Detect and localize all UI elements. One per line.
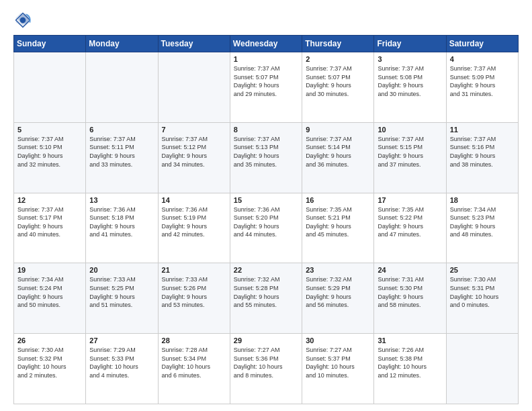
calendar-cell: 3Sunrise: 7:37 AM Sunset: 5:08 PM Daylig… [374, 52, 446, 123]
day-number: 11 [450, 126, 515, 134]
calendar-cell: 25Sunrise: 7:30 AM Sunset: 5:31 PM Dayli… [446, 263, 518, 334]
day-number: 30 [306, 336, 370, 345]
calendar-cell: 4Sunrise: 7:37 AM Sunset: 5:09 PM Daylig… [446, 52, 518, 123]
calendar-week-1: 1Sunrise: 7:37 AM Sunset: 5:07 PM Daylig… [14, 52, 519, 123]
day-number: 24 [378, 266, 442, 274]
day-info: Sunrise: 7:37 AM Sunset: 5:10 PM Dayligh… [17, 135, 82, 169]
calendar-cell: 10Sunrise: 7:37 AM Sunset: 5:15 PM Dayli… [374, 122, 446, 193]
calendar-cell: 15Sunrise: 7:36 AM Sunset: 5:20 PM Dayli… [230, 193, 302, 263]
day-number: 4 [450, 55, 515, 63]
weekday-header-tuesday: Tuesday [158, 36, 230, 52]
day-number: 8 [234, 126, 298, 134]
calendar-cell: 7Sunrise: 7:37 AM Sunset: 5:12 PM Daylig… [158, 122, 230, 193]
calendar-cell: 31Sunrise: 7:26 AM Sunset: 5:38 PM Dayli… [374, 334, 446, 404]
calendar-cell: 26Sunrise: 7:30 AM Sunset: 5:32 PM Dayli… [14, 334, 86, 404]
calendar-cell [158, 52, 230, 123]
day-info: Sunrise: 7:31 AM Sunset: 5:30 PM Dayligh… [378, 275, 442, 309]
calendar-cell: 24Sunrise: 7:31 AM Sunset: 5:30 PM Dayli… [374, 263, 446, 334]
day-number: 29 [234, 336, 298, 345]
day-info: Sunrise: 7:36 AM Sunset: 5:20 PM Dayligh… [234, 205, 298, 239]
day-number: 2 [306, 55, 370, 63]
calendar-header-row: SundayMondayTuesdayWednesdayThursdayFrid… [14, 36, 519, 52]
day-number: 9 [306, 126, 370, 134]
weekday-header-saturday: Saturday [446, 36, 518, 52]
day-number: 3 [378, 55, 442, 63]
day-number: 16 [306, 196, 370, 204]
calendar-cell: 28Sunrise: 7:28 AM Sunset: 5:34 PM Dayli… [158, 334, 230, 404]
day-number: 31 [378, 336, 442, 345]
header [13, 11, 519, 30]
weekday-header-sunday: Sunday [14, 36, 86, 52]
day-info: Sunrise: 7:30 AM Sunset: 5:32 PM Dayligh… [17, 346, 82, 379]
calendar-cell: 20Sunrise: 7:33 AM Sunset: 5:25 PM Dayli… [86, 263, 158, 334]
calendar-cell: 5Sunrise: 7:37 AM Sunset: 5:10 PM Daylig… [14, 122, 86, 193]
day-number: 19 [17, 266, 82, 274]
calendar-cell: 21Sunrise: 7:33 AM Sunset: 5:26 PM Dayli… [158, 263, 230, 334]
calendar-cell: 16Sunrise: 7:35 AM Sunset: 5:21 PM Dayli… [302, 193, 374, 263]
calendar-cell [86, 52, 158, 123]
calendar-cell: 11Sunrise: 7:37 AM Sunset: 5:16 PM Dayli… [446, 122, 518, 193]
day-number: 1 [234, 55, 298, 63]
weekday-header-friday: Friday [374, 36, 446, 52]
logo [13, 11, 35, 30]
day-info: Sunrise: 7:37 AM Sunset: 5:07 PM Dayligh… [234, 64, 298, 98]
day-info: Sunrise: 7:35 AM Sunset: 5:21 PM Dayligh… [306, 205, 370, 239]
day-number: 14 [162, 196, 226, 204]
calendar-table: SundayMondayTuesdayWednesdayThursdayFrid… [13, 35, 519, 404]
calendar-cell: 29Sunrise: 7:27 AM Sunset: 5:36 PM Dayli… [230, 334, 302, 404]
day-info: Sunrise: 7:37 AM Sunset: 5:09 PM Dayligh… [450, 64, 515, 98]
day-info: Sunrise: 7:37 AM Sunset: 5:17 PM Dayligh… [17, 205, 82, 239]
day-info: Sunrise: 7:36 AM Sunset: 5:19 PM Dayligh… [162, 205, 226, 239]
day-number: 23 [306, 266, 370, 274]
day-number: 6 [89, 126, 154, 134]
day-info: Sunrise: 7:28 AM Sunset: 5:34 PM Dayligh… [162, 346, 226, 379]
logo-icon [13, 11, 32, 30]
day-info: Sunrise: 7:33 AM Sunset: 5:26 PM Dayligh… [162, 275, 226, 309]
day-number: 10 [378, 126, 442, 134]
calendar-week-4: 19Sunrise: 7:34 AM Sunset: 5:24 PM Dayli… [14, 263, 519, 334]
weekday-header-monday: Monday [86, 36, 158, 52]
day-number: 12 [17, 196, 82, 204]
day-info: Sunrise: 7:26 AM Sunset: 5:38 PM Dayligh… [378, 346, 442, 379]
calendar-cell: 2Sunrise: 7:37 AM Sunset: 5:07 PM Daylig… [302, 52, 374, 123]
day-info: Sunrise: 7:30 AM Sunset: 5:31 PM Dayligh… [450, 275, 515, 309]
calendar-cell: 27Sunrise: 7:29 AM Sunset: 5:33 PM Dayli… [86, 334, 158, 404]
calendar-cell [14, 52, 86, 123]
day-number: 5 [17, 126, 82, 134]
day-number: 20 [89, 266, 154, 274]
day-number: 28 [162, 336, 226, 345]
day-info: Sunrise: 7:32 AM Sunset: 5:29 PM Dayligh… [306, 275, 370, 309]
calendar-cell: 18Sunrise: 7:34 AM Sunset: 5:23 PM Dayli… [446, 193, 518, 263]
day-number: 25 [450, 266, 515, 274]
calendar-cell: 13Sunrise: 7:36 AM Sunset: 5:18 PM Dayli… [86, 193, 158, 263]
day-info: Sunrise: 7:37 AM Sunset: 5:16 PM Dayligh… [450, 135, 515, 169]
day-info: Sunrise: 7:37 AM Sunset: 5:07 PM Dayligh… [306, 64, 370, 98]
calendar-cell: 23Sunrise: 7:32 AM Sunset: 5:29 PM Dayli… [302, 263, 374, 334]
day-number: 18 [450, 196, 515, 204]
calendar-cell: 8Sunrise: 7:37 AM Sunset: 5:13 PM Daylig… [230, 122, 302, 193]
day-number: 27 [89, 336, 154, 345]
svg-point-3 [20, 17, 26, 24]
day-number: 26 [17, 336, 82, 345]
calendar-cell: 1Sunrise: 7:37 AM Sunset: 5:07 PM Daylig… [230, 52, 302, 123]
day-number: 13 [89, 196, 154, 204]
day-info: Sunrise: 7:37 AM Sunset: 5:11 PM Dayligh… [89, 135, 154, 169]
calendar-week-5: 26Sunrise: 7:30 AM Sunset: 5:32 PM Dayli… [14, 334, 519, 404]
day-number: 15 [234, 196, 298, 204]
calendar-cell: 6Sunrise: 7:37 AM Sunset: 5:11 PM Daylig… [86, 122, 158, 193]
day-number: 7 [162, 126, 226, 134]
day-info: Sunrise: 7:34 AM Sunset: 5:24 PM Dayligh… [17, 275, 82, 309]
calendar-week-3: 12Sunrise: 7:37 AM Sunset: 5:17 PM Dayli… [14, 193, 519, 263]
day-info: Sunrise: 7:37 AM Sunset: 5:14 PM Dayligh… [306, 135, 370, 169]
day-number: 21 [162, 266, 226, 274]
day-info: Sunrise: 7:32 AM Sunset: 5:28 PM Dayligh… [234, 275, 298, 309]
weekday-header-wednesday: Wednesday [230, 36, 302, 52]
day-info: Sunrise: 7:37 AM Sunset: 5:08 PM Dayligh… [378, 64, 442, 98]
day-info: Sunrise: 7:33 AM Sunset: 5:25 PM Dayligh… [89, 275, 154, 309]
day-info: Sunrise: 7:37 AM Sunset: 5:12 PM Dayligh… [162, 135, 226, 169]
calendar-cell: 14Sunrise: 7:36 AM Sunset: 5:19 PM Dayli… [158, 193, 230, 263]
day-info: Sunrise: 7:34 AM Sunset: 5:23 PM Dayligh… [450, 205, 515, 239]
calendar-cell: 9Sunrise: 7:37 AM Sunset: 5:14 PM Daylig… [302, 122, 374, 193]
calendar-cell: 12Sunrise: 7:37 AM Sunset: 5:17 PM Dayli… [14, 193, 86, 263]
weekday-header-thursday: Thursday [302, 36, 374, 52]
